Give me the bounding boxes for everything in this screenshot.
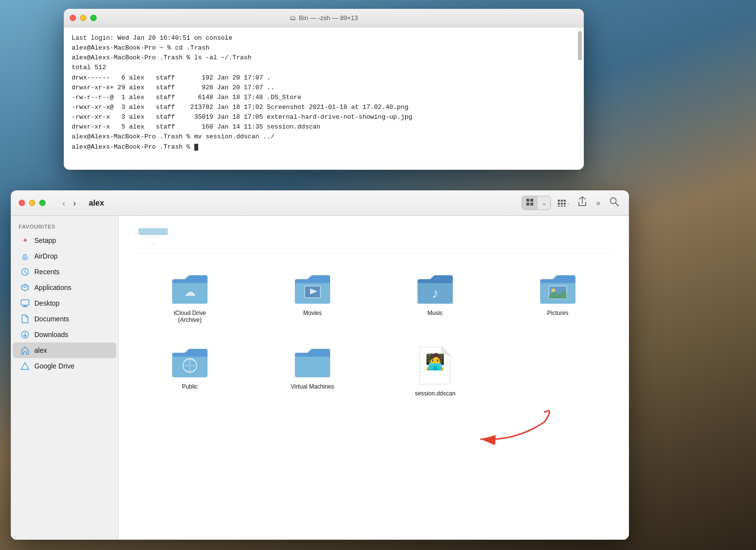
- sidebar-label-airdrop: AirDrop: [34, 252, 57, 260]
- setapp-icon: ✦: [21, 236, 29, 245]
- sidebar-label-desktop: Desktop: [34, 299, 59, 307]
- finder-sidebar: Favourites ✦ Setapp AirDrop: [11, 216, 119, 540]
- grid-view-icon: [526, 198, 534, 206]
- terminal-title: 🗂 Bin — -zsh — 89×13: [289, 14, 358, 22]
- applications-icon: [21, 283, 29, 292]
- file-item-icloud-drive[interactable]: ☁ iCloud Drive(Archive): [133, 268, 246, 327]
- finder-titlebar: ‹ › alex ⌄: [11, 190, 629, 216]
- svg-rect-22: [21, 300, 29, 305]
- file-label-virtual-machines: Virtual Machines: [291, 383, 335, 390]
- view-icon-group: ⌄: [521, 196, 551, 210]
- svg-rect-5: [558, 203, 560, 205]
- sidebar-label-google-drive: Google Drive: [34, 362, 75, 370]
- sidebar-label-applications: Applications: [34, 284, 72, 291]
- sidebar-item-airdrop[interactable]: AirDrop: [13, 248, 116, 264]
- svg-rect-9: [561, 206, 563, 207]
- terminal-minimize-button[interactable]: [80, 15, 86, 21]
- desktop-icon: [21, 299, 29, 308]
- file-label-session-ddscan: session.ddscan: [415, 390, 456, 397]
- search-icon: [609, 197, 619, 207]
- file-item-virtual-machines[interactable]: Virtual Machines: [256, 342, 369, 401]
- finder-maximize-button[interactable]: [39, 200, 46, 206]
- file-label-music: Music: [427, 310, 443, 316]
- share-icon: [577, 196, 587, 207]
- finder-back-button[interactable]: ‹: [59, 198, 68, 209]
- more-button[interactable]: »: [594, 197, 602, 210]
- svg-rect-3: [530, 203, 533, 206]
- sidebar-item-applications[interactable]: Applications: [13, 280, 116, 295]
- movies-folder-icon: [293, 272, 332, 306]
- svg-rect-28: [138, 228, 168, 235]
- sidebar-item-desktop[interactable]: Desktop: [13, 295, 116, 311]
- terminal-scrollbar[interactable]: [578, 31, 582, 60]
- finder-body: Favourites ✦ Setapp AirDrop: [11, 216, 629, 540]
- terminal-traffic-lights: [70, 15, 97, 21]
- terminal-maximize-button[interactable]: [90, 15, 97, 21]
- partial-items-row: ...: [133, 226, 614, 254]
- finder-content: ... ☁ iCloud Drive(Archive): [119, 216, 629, 540]
- svg-rect-1: [530, 199, 533, 202]
- finder-close-button[interactable]: [19, 200, 25, 206]
- music-folder-icon: ♪: [416, 272, 455, 306]
- search-button[interactable]: [607, 195, 621, 211]
- svg-text:⌄: ⌄: [567, 201, 569, 206]
- downloads-icon: [21, 330, 29, 339]
- file-label-pictures: Pictures: [547, 310, 568, 316]
- terminal-titlebar: 🗂 Bin — -zsh — 89×13: [64, 9, 584, 27]
- recents-icon: [21, 267, 29, 276]
- file-item-public[interactable]: Public: [133, 342, 246, 401]
- svg-rect-4: [558, 200, 560, 202]
- finder-traffic-lights: [19, 200, 46, 206]
- svg-rect-10: [564, 200, 566, 202]
- svg-text:☁: ☁: [184, 285, 196, 298]
- file-label-movies: Movies: [303, 310, 322, 316]
- sidebar-item-google-drive[interactable]: Google Drive: [13, 358, 116, 374]
- svg-point-16: [24, 255, 26, 258]
- terminal-close-button[interactable]: [70, 15, 76, 21]
- svg-rect-11: [564, 203, 566, 205]
- sidebar-item-recents[interactable]: Recents: [13, 264, 116, 280]
- pictures-folder-icon: [538, 272, 577, 306]
- chevron-view-button[interactable]: ⌄: [538, 198, 550, 209]
- group-view-button[interactable]: ⌄: [556, 197, 571, 209]
- session-ddscan-icon-wrapper: 🧑‍💻: [417, 346, 453, 386]
- svg-rect-0: [526, 199, 529, 202]
- sidebar-section-favourites: Favourites: [11, 224, 118, 233]
- finder-nav: ‹ ›: [59, 198, 79, 209]
- sidebar-item-downloads[interactable]: Downloads: [13, 327, 116, 342]
- svg-line-21: [25, 286, 28, 288]
- sidebar-label-alex: alex: [34, 346, 47, 354]
- svg-rect-12: [564, 206, 566, 207]
- sidebar-label-setapp: Setapp: [34, 236, 56, 244]
- finder-window: ‹ › alex ⌄: [11, 190, 629, 540]
- share-button[interactable]: [575, 194, 589, 211]
- finder-location: alex: [89, 199, 104, 208]
- file-item-pictures[interactable]: Pictures: [501, 268, 614, 327]
- public-folder-icon: [170, 346, 209, 379]
- sidebar-item-documents[interactable]: Documents: [13, 311, 116, 327]
- file-item-music[interactable]: ♪ Music: [379, 268, 492, 327]
- sidebar-label-downloads: Downloads: [34, 331, 68, 339]
- airdrop-icon: [21, 252, 29, 261]
- grid-view-button[interactable]: [522, 196, 538, 210]
- file-item-movies[interactable]: Movies: [256, 268, 369, 327]
- sidebar-item-setapp[interactable]: ✦ Setapp: [13, 233, 116, 248]
- columns-view-icon: ⌄: [558, 199, 569, 207]
- files-grid: ☁ iCloud Drive(Archive) Movies: [133, 268, 614, 401]
- sidebar-item-alex[interactable]: alex: [13, 342, 116, 358]
- google-drive-icon: [21, 362, 29, 370]
- partial-item-1: ...: [133, 226, 173, 245]
- icloud-drive-folder-icon: ☁: [170, 272, 209, 306]
- finder-minimize-button[interactable]: [29, 200, 35, 206]
- file-item-session-ddscan[interactable]: 🧑‍💻 session.ddscan: [379, 342, 492, 401]
- svg-line-20: [22, 286, 25, 288]
- svg-rect-7: [561, 200, 563, 202]
- file-label-icloud-drive: iCloud Drive(Archive): [174, 310, 206, 323]
- terminal-content-area: Last login: Wed Jan 20 16:40:51 on conso…: [64, 27, 584, 170]
- alex-home-icon: [21, 346, 29, 355]
- virtual-machines-folder-icon: [293, 346, 332, 379]
- finder-forward-button[interactable]: ›: [70, 198, 79, 209]
- finder-controls: ⌄ ⌄: [521, 194, 621, 211]
- terminal-window: 🗂 Bin — -zsh — 89×13 Last login: Wed Jan…: [64, 9, 584, 170]
- sidebar-label-documents: Documents: [34, 315, 69, 323]
